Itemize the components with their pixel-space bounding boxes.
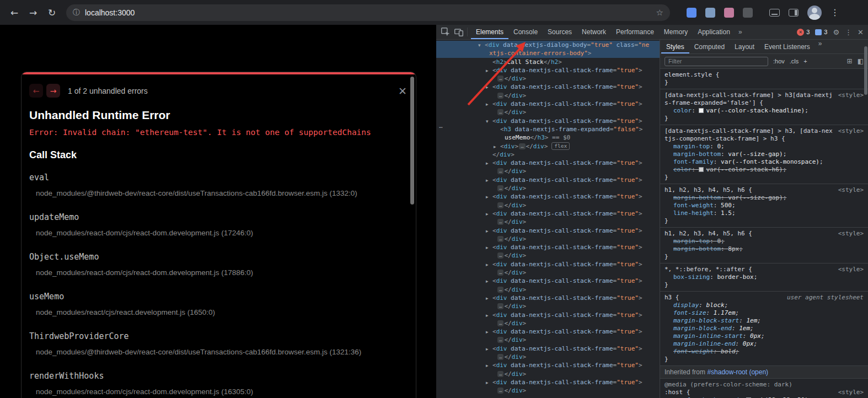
devtools-tab-performance[interactable]: Performance [611, 25, 659, 39]
site-info-icon[interactable]: ⓘ [73, 8, 80, 18]
dom-tree-line[interactable]: useMemo</h3> == $0 [436, 133, 660, 142]
grid-overlay-icon[interactable]: ⊞ [847, 57, 853, 65]
dom-tree-line[interactable]: ▾<div data-nextjs-dialog-body="true" cla… [436, 41, 660, 49]
collapsed-content-icon[interactable]: … [497, 388, 503, 394]
collapsed-content-icon[interactable]: … [497, 252, 503, 259]
extension-icon-blue[interactable] [687, 8, 696, 18]
dom-tree-line[interactable]: …</div> [436, 319, 660, 327]
styles-scrollbar-thumb[interactable] [864, 46, 867, 95]
dom-tree-line[interactable]: <h2>Call Stack</h2> [436, 58, 660, 66]
dom-tree-line[interactable]: …</div> [436, 184, 660, 192]
devtools-menu-icon[interactable]: ⋮ [845, 28, 852, 36]
style-property[interactable]: margin-bottom: var(--size-gap); [665, 150, 864, 158]
style-property[interactable]: margin-top: 0; [665, 143, 864, 150]
dom-tree-line[interactable]: …</div> [436, 201, 660, 209]
dom-tree-line[interactable]: …</div> [436, 235, 660, 243]
style-property[interactable]: font-size: 1.17em; [665, 309, 864, 317]
dom-tree-line[interactable]: ▸<div data-nextjs-call-stack-frame="true… [436, 176, 660, 184]
sidebar-tab-computed[interactable]: Computed [689, 40, 730, 53]
rule-selector[interactable]: h3 { [665, 294, 679, 301]
rule-origin[interactable]: <style> [838, 127, 864, 135]
rule-selector[interactable]: *, *::before, *::after { [665, 266, 752, 273]
collapsed-content-icon[interactable]: … [497, 354, 503, 360]
devtools-tab-memory[interactable]: Memory [659, 25, 693, 39]
dom-tree-line[interactable]: …</div> [436, 108, 660, 116]
rule-selector[interactable]: h1, h2, h3, h4, h5, h6 { [665, 230, 752, 237]
style-property[interactable]: font-weight: 500; [665, 202, 864, 209]
sidebar-tab-styles[interactable]: Styles [661, 40, 689, 53]
expand-arrow-icon[interactable]: ▾ [486, 117, 492, 126]
collapsed-content-icon[interactable]: … [497, 219, 503, 225]
console-errors-badge[interactable]: ✕3 [797, 29, 810, 36]
more-sidebar-tabs-icon[interactable]: » [815, 40, 826, 53]
rule-origin[interactable]: <style> [838, 230, 864, 238]
collapsed-content-icon[interactable]: … [497, 109, 503, 115]
dom-tree-line[interactable]: …</div> [436, 251, 660, 260]
previous-error-button[interactable]: ← [29, 84, 43, 98]
devtools-tab-console[interactable]: Console [508, 25, 543, 39]
expand-arrow-icon[interactable]: ▸ [486, 345, 492, 353]
expand-arrow-icon[interactable]: ▸ [486, 261, 492, 269]
expand-arrow-icon[interactable]: ▸ [486, 159, 492, 168]
expand-arrow-icon[interactable]: ▾ [478, 41, 485, 50]
dom-tree-line[interactable]: ▸<div data-nextjs-call-stack-frame="true… [436, 294, 660, 302]
bookmark-star-icon[interactable]: ☆ [656, 8, 663, 18]
expand-arrow-icon[interactable]: ▸ [494, 143, 500, 151]
dialog-scrollbar-thumb[interactable] [410, 77, 414, 205]
dom-tree-line[interactable]: ▸<div data-nextjs-call-stack-frame="true… [436, 192, 660, 201]
expand-arrow-icon[interactable]: ▸ [486, 244, 492, 252]
device-toolbar-icon[interactable] [454, 27, 464, 37]
dom-tree-line[interactable]: xtjs-container-errors-body"> [436, 49, 660, 57]
reload-button[interactable]: ↻ [43, 4, 61, 21]
collapsed-content-icon[interactable]: … [497, 168, 503, 174]
dom-tree-line[interactable]: ▸<div data-nextjs-call-stack-frame="true… [436, 100, 660, 108]
dom-tree-line[interactable]: ▸<div data-nextjs-call-stack-frame="true… [436, 209, 660, 218]
collapsed-content-icon[interactable]: … [497, 270, 503, 276]
expand-arrow-icon[interactable]: ▸ [486, 193, 492, 201]
collapsed-content-icon[interactable]: … [497, 185, 503, 191]
expand-arrow-icon[interactable]: ▸ [486, 328, 492, 336]
dom-tree-line[interactable]: …</div> [436, 74, 660, 83]
close-overlay-icon[interactable]: ✕ [398, 85, 407, 97]
dom-tree-line[interactable]: …</div> [436, 353, 660, 361]
expand-arrow-icon[interactable]: ▸ [486, 294, 492, 303]
url-bar[interactable]: ⓘ localhost:3000 ☆ [66, 4, 670, 21]
extension-icon-gray[interactable] [743, 8, 753, 18]
dom-tree-line[interactable]: …</div> [436, 167, 660, 175]
issues-badge[interactable]: 3 [815, 29, 827, 35]
stack-frame[interactable]: renderWithHooksnode_modules/react-dom/cj… [29, 371, 408, 396]
devtools-tab-application[interactable]: Application [693, 25, 735, 39]
style-property[interactable]: color: var(--color-stack-headline); [665, 107, 864, 115]
forward-button[interactable]: → [24, 4, 42, 21]
devtools-tab-network[interactable]: Network [577, 25, 611, 39]
style-property[interactable]: font-family: var(--font-stack-monospace)… [665, 158, 864, 166]
expand-arrow-icon[interactable]: ▸ [486, 311, 492, 320]
more-actions-icon[interactable]: … [439, 122, 443, 130]
dom-tree-line[interactable]: ▸<div data-nextjs-call-stack-frame="true… [436, 227, 660, 235]
color-swatch[interactable] [699, 167, 704, 172]
dom-tree-line[interactable]: …</div> [436, 218, 660, 226]
dom-tree-line[interactable]: ▸<div data-nextjs-call-stack-frame="true… [436, 361, 660, 369]
expand-arrow-icon[interactable]: ▸ [486, 176, 492, 185]
sidebar-tab-layout[interactable]: Layout [730, 40, 759, 53]
expand-arrow-icon[interactable]: ▸ [486, 67, 492, 75]
collapsed-content-icon[interactable]: … [497, 236, 503, 242]
sidebar-tab-event-listeners[interactable]: Event Listeners [759, 40, 815, 53]
expand-arrow-icon[interactable]: ▸ [486, 277, 492, 286]
rule-selector[interactable]: element.style { [665, 71, 719, 78]
expand-arrow-icon[interactable]: ▸ [486, 210, 492, 218]
dom-tree-line[interactable]: …</div> [436, 336, 660, 344]
rule-origin[interactable]: <style> [838, 186, 864, 194]
dom-tree-line[interactable]: </div> [436, 150, 660, 159]
dom-tree-line[interactable]: ▸<div>…</div>flex [436, 142, 660, 150]
collapsed-content-icon[interactable]: … [497, 76, 503, 82]
stack-frame[interactable]: evalnode_modules/@thirdweb-dev/react-cor… [29, 173, 408, 197]
dom-tree-line[interactable]: ▸<div data-nextjs-call-stack-frame="true… [436, 327, 660, 336]
collapsed-content-icon[interactable]: … [519, 143, 525, 149]
collapsed-content-icon[interactable]: … [497, 93, 503, 99]
devtools-tab-sources[interactable]: Sources [543, 25, 577, 39]
inspect-element-icon[interactable] [441, 27, 451, 37]
style-property[interactable]: line-height: 1.5; [665, 209, 864, 217]
collapsed-content-icon[interactable]: … [497, 202, 503, 208]
rule-selector[interactable]: [data-nextjs-call-stack-frame] > h3[data… [665, 92, 833, 106]
